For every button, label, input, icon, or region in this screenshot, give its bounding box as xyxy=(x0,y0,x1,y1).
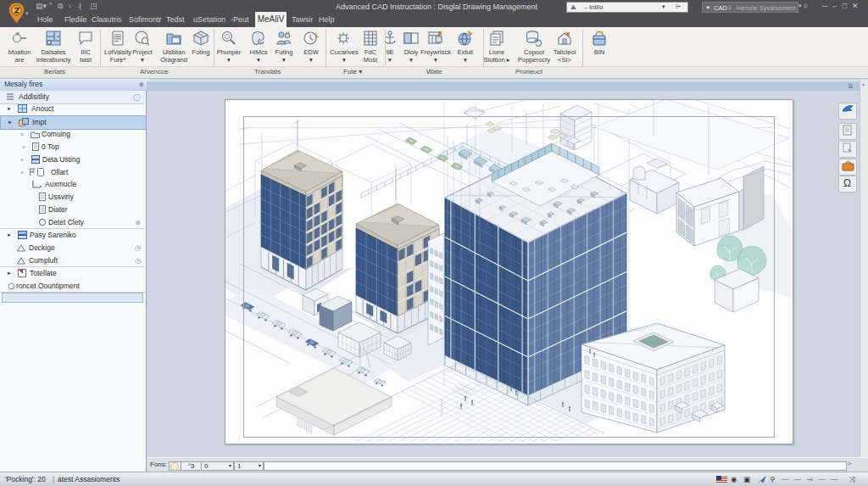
svg-text:Ω: Ω xyxy=(843,177,851,188)
